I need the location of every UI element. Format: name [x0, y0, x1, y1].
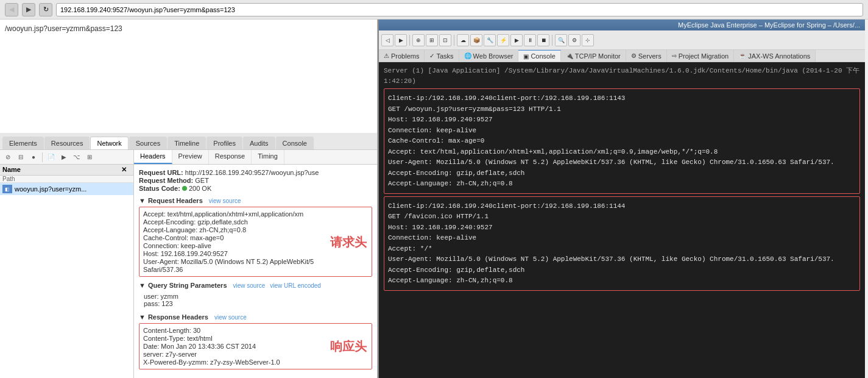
migration-icon: ⇨ [672, 52, 677, 59]
tab-console[interactable]: Console [276, 137, 314, 149]
header-user-agent: User-Agent: Mozilla/5.0 (Windows NT 5.2)… [143, 258, 368, 265]
tool-btn-10[interactable]: ▶ [510, 34, 523, 46]
console-block-2: Client-ip:/192.168.199.240client-port:/1… [384, 196, 860, 291]
console-line-1-9: Accept-Language: zh-CN,zh;q=0.8 [388, 179, 856, 189]
res-content-length: Content-Length: 30 [143, 327, 368, 334]
browser-content: /wooyun.jsp?user=yzmm&pass=123 [0, 20, 377, 133]
console-line-1-7: User-Agent: Mozilla/5.0 (Windows NT 5.2)… [388, 157, 856, 168]
eclipse-tab-projectmigration[interactable]: ⇨ Project Migration [667, 50, 735, 62]
tool-btn-1[interactable]: ◁ [381, 34, 393, 46]
tool-btn-8[interactable]: 🔧 [484, 34, 496, 46]
header-accept: Accept: text/html,application/xhtml+xml,… [143, 210, 368, 218]
eclipse-tab-problems[interactable]: ⚠ Problems [379, 50, 425, 62]
request-headers-section-title: ▼ Request Headers view source [139, 197, 372, 204]
tool-btn-12[interactable]: ⏹ [537, 34, 549, 46]
name-column-header: Name [2, 166, 121, 174]
tool-btn-11[interactable]: ⏸ [524, 34, 536, 46]
section-toggle-icon2: ▼ [139, 282, 146, 289]
console-line-1-4: Connection: keep-alive [388, 126, 856, 136]
eclipse-console-content: Server (1) [Java Application] /System/Li… [379, 62, 865, 378]
media-button[interactable]: ▶ [58, 152, 69, 163]
eclipse-title-bar: MyEclipse Java Enterprise – MyEclipse fo… [379, 20, 865, 30]
filter-button[interactable]: ⊟ [15, 152, 26, 163]
tab-network[interactable]: Network [90, 137, 128, 149]
console-line-1-1: Client-ip:/192.168.199.240client-port:/1… [388, 93, 856, 104]
script-button[interactable]: ⌥ [71, 152, 82, 163]
annotation-request-header: 请求头 [330, 234, 367, 250]
tab-elements[interactable]: Elements [2, 137, 44, 149]
server-header: Server (1) [Java Application] /System/Li… [384, 66, 860, 86]
console-line-2-5: Accept: */* [388, 244, 856, 254]
console-line-2-7: Accept-Encoding: gzip,deflate,sdch [388, 265, 856, 276]
network-list-panel: ⊘ ⊟ ● 📄 ▶ ⌥ ⊞ Name ✕ Path [0, 150, 134, 378]
view-source-link3[interactable]: view source [214, 314, 247, 321]
header-safari: Safari/537.36 [143, 266, 368, 273]
eclipse-tab-servers[interactable]: ⚙ Servers [626, 50, 667, 62]
tool-btn-15[interactable]: ⊹ [582, 34, 594, 46]
view-encoded-link[interactable]: view URL encoded [270, 282, 321, 289]
console-label: Console [531, 52, 555, 60]
style-button[interactable]: ⊞ [84, 152, 95, 163]
console-line-1-6: Accept: text/html,application/xhtml+xml,… [388, 147, 856, 157]
devtools-panel: Elements Resources Network Sources Timel… [0, 133, 377, 378]
url-text: 192.168.199.240:9527/wooyun.jsp?user=yzm… [60, 6, 235, 13]
res-x-powered: X-Powered-By-yzmm: z7y-zsy-WebServer-1.0 [143, 358, 368, 366]
tab-timeline[interactable]: Timeline [168, 137, 206, 149]
header-host: Host: 192.168.199.240:9527 [143, 250, 368, 257]
close-column-btn[interactable]: ✕ [121, 166, 131, 174]
tab-headers[interactable]: Headers [134, 150, 172, 164]
section-toggle-icon: ▼ [139, 197, 146, 204]
query-string-section-title: ▼ Query String Parameters view source vi… [139, 282, 372, 289]
tool-btn-2[interactable]: ▶ [395, 34, 407, 46]
tasks-label: Tasks [436, 52, 453, 60]
console-line-1-8: Accept-Encoding: gzip,deflate,sdch [388, 168, 856, 179]
tab-resources[interactable]: Resources [44, 137, 90, 149]
view-source-link[interactable]: view source [209, 198, 241, 204]
eclipse-title-text: MyEclipse Java Enterprise – MyEclipse fo… [678, 21, 860, 29]
browser-nav-bar: ◀ ▶ ↻ 192.168.199.240:9527/wooyun.jsp?us… [0, 0, 868, 20]
tab-audits[interactable]: Audits [243, 137, 275, 149]
view-source-link2[interactable]: view source [233, 282, 266, 289]
tool-btn-13[interactable]: 🔍 [555, 34, 567, 46]
console-line-2-2: GET /favicon.ico HTTP/1.1 [388, 212, 856, 222]
console-line-1-3: Host: 192.168.199.240:9527 [388, 115, 856, 125]
tool-btn-5[interactable]: ⊡ [439, 34, 451, 46]
browser-panel: /wooyun.jsp?user=yzmm&pass=123 Elements … [0, 20, 378, 378]
console-line-2-8: Accept-Language: zh-CN,zh;q=0.8 [388, 276, 856, 286]
file-icon: ◧ [2, 185, 12, 193]
section-toggle-icon3: ▼ [139, 313, 146, 321]
headers-content: Request URL: http://192.168.199.240:9527… [134, 165, 377, 378]
tool-btn-6[interactable]: ☁ [457, 34, 469, 46]
tool-btn-14[interactable]: ⚙ [568, 34, 580, 46]
docs-button[interactable]: 📄 [46, 152, 57, 163]
eclipse-tab-webbrowser[interactable]: 🌐 Web Browser [459, 50, 519, 62]
problems-icon: ⚠ [384, 52, 389, 59]
tab-preview[interactable]: Preview [172, 150, 209, 164]
devtools-body: ⊘ ⊟ ● 📄 ▶ ⌥ ⊞ Name ✕ Path [0, 150, 377, 378]
reload-button[interactable]: ↻ [39, 3, 52, 16]
console-line-2-1: Client-ip:/192.168.199.240client-port:/1… [388, 201, 856, 212]
back-button[interactable]: ◀ [5, 3, 18, 16]
clear-button[interactable]: ⊘ [2, 152, 13, 163]
tab-timing[interactable]: Timing [252, 150, 284, 164]
tab-profiles[interactable]: Profiles [206, 137, 242, 149]
eclipse-tab-jaxws[interactable]: ☕ JAX-WS Annotations [734, 50, 816, 62]
tool-btn-9[interactable]: ⚡ [497, 34, 509, 46]
eclipse-tab-tasks[interactable]: ✓ Tasks [425, 50, 459, 62]
tool-btn-3[interactable]: ⊕ [412, 34, 425, 46]
url-bar[interactable]: 192.168.199.240:9527/wooyun.jsp?user=yzm… [56, 3, 863, 16]
page-output: /wooyun.jsp?user=yzmm&pass=123 [5, 24, 122, 33]
eclipse-tab-tcpip[interactable]: 🔌 TCP/IP Monitor [561, 50, 626, 62]
eclipse-tab-console[interactable]: ▣ Console [518, 50, 560, 62]
network-item[interactable]: ◧ wooyun.jsp?user=yzm... [0, 183, 133, 195]
tool-btn-7[interactable]: 📦 [470, 34, 482, 46]
migration-label: Project Migration [679, 52, 729, 60]
tab-sources[interactable]: Sources [129, 137, 167, 149]
tab-response[interactable]: Response [209, 150, 252, 164]
forward-button[interactable]: ▶ [22, 3, 35, 16]
preserve-button[interactable]: ● [28, 152, 39, 163]
jaxws-label: JAX-WS Annotations [748, 52, 810, 60]
network-toolbar: ⊘ ⊟ ● 📄 ▶ ⌥ ⊞ [0, 150, 133, 165]
tool-btn-4[interactable]: ⊞ [426, 34, 438, 46]
network-column-header: Name ✕ [0, 165, 133, 176]
